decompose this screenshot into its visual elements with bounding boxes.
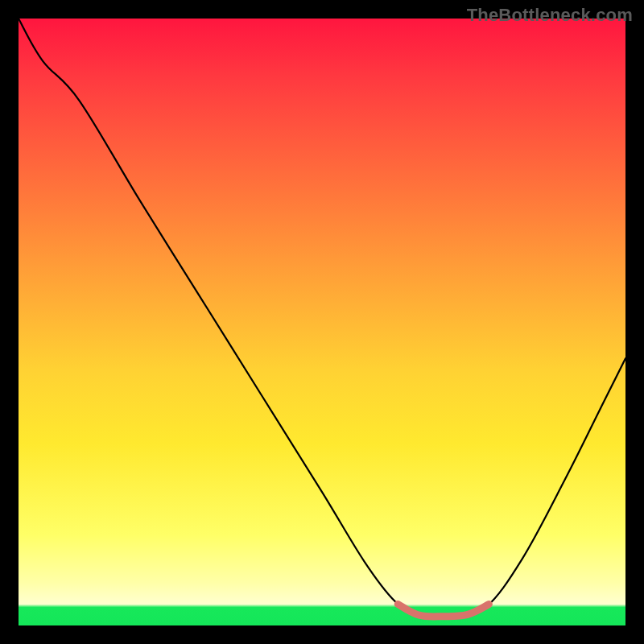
bottleneck-min-highlight (398, 605, 489, 617)
chart-stage: TheBottleneck.com (0, 0, 644, 644)
watermark-text: TheBottleneck.com (467, 5, 633, 26)
bottleneck-curve (19, 19, 625, 618)
curve-layer (19, 19, 625, 625)
plot-area (19, 19, 625, 625)
